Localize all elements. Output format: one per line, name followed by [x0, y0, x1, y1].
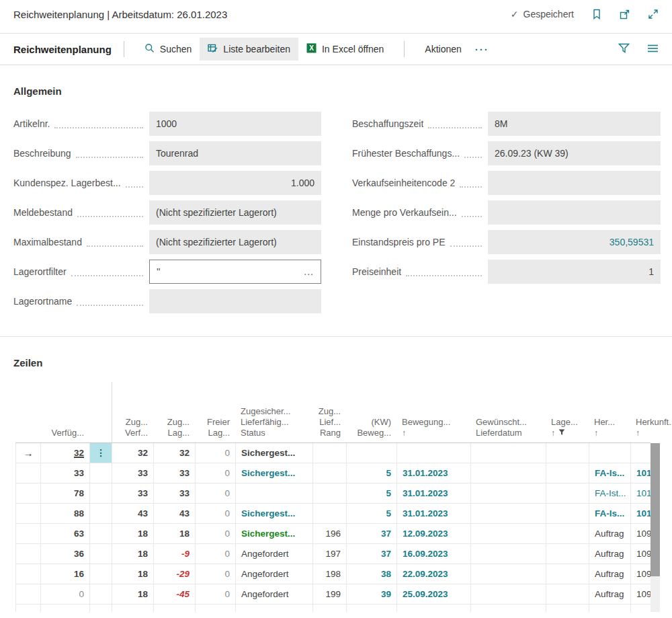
cell-kw-beweg[interactable]: 5 — [347, 463, 397, 483]
list-icon[interactable] — [647, 44, 659, 55]
cell-herkunft[interactable]: 109 — [631, 584, 651, 604]
column-filter-icon — [558, 428, 565, 438]
cell-kw-beweg[interactable]: 37 — [347, 524, 397, 543]
cell-her[interactable]: FA-Is... — [589, 504, 631, 523]
cell-verfuegbar[interactable]: 32 — [41, 443, 90, 463]
edit-list-button[interactable]: Liste bearbeiten — [200, 38, 298, 61]
cell-herkunft[interactable]: 109 — [631, 544, 651, 564]
cell-freier-lag[interactable]: 0 — [196, 443, 236, 463]
cell-rang[interactable]: 199 — [313, 584, 347, 604]
column-header-status[interactable]: Zugesicher...Lieferfähig...Status — [235, 382, 312, 442]
cell-verfuegbar[interactable]: 88 — [41, 504, 90, 523]
open-in-excel-button[interactable]: X In Excel öffnen — [298, 38, 392, 61]
cell-herkunft[interactable]: 101 — [631, 484, 651, 503]
cell-rang[interactable]: 197 — [313, 544, 347, 564]
cell-her[interactable]: Auftrag — [589, 564, 631, 584]
cell-zug-lag[interactable]: 43 — [154, 504, 196, 523]
cell-kw-beweg[interactable]: 38 — [347, 564, 397, 584]
column-header-verfuegbar[interactable]: Verfüg... — [40, 382, 89, 442]
cell-zug-verf[interactable]: 32 — [112, 443, 154, 463]
cell-kw-beweg[interactable]: 5 — [347, 484, 397, 503]
cell-kw-beweg[interactable]: 39 — [347, 584, 397, 604]
actions-menu-button[interactable]: Aktionen — [417, 38, 469, 60]
column-header-rang[interactable]: Zug...Lief...Rang — [312, 382, 346, 442]
bookmark-icon[interactable] — [591, 9, 602, 20]
column-header-freier-lag[interactable]: FreierLag... — [195, 382, 235, 442]
cell-freier-lag[interactable]: 0 — [196, 564, 236, 584]
cell-zug-verf[interactable]: 18 — [112, 584, 154, 604]
cell-her[interactable]: Auftrag — [589, 584, 631, 604]
cell-verfuegbar[interactable]: 36 — [41, 544, 90, 564]
filter-icon[interactable] — [618, 43, 630, 56]
cell-verfuegbar[interactable]: 63 — [41, 524, 90, 543]
column-header-lage[interactable]: Lage...↑ — [546, 382, 589, 442]
cell-rang[interactable]: 198 — [313, 564, 347, 584]
cell-herkunft[interactable]: 101 — [631, 463, 651, 483]
cell-herkunft[interactable]: 109 — [631, 564, 651, 584]
cell-verfuegbar[interactable]: 0 — [41, 584, 90, 604]
open-window-icon[interactable] — [620, 9, 630, 20]
column-header-herkunft[interactable]: Herkunft...↑ — [630, 382, 650, 442]
cell-zug-lag[interactable]: -45 — [154, 584, 196, 604]
cell-her[interactable]: FA-Ist... — [589, 484, 631, 503]
cell-zug-verf[interactable]: 33 — [112, 463, 154, 483]
column-header-bewegung[interactable]: Bewegung...↑ — [396, 382, 470, 442]
cell-freier-lag[interactable]: 0 — [196, 504, 236, 523]
column-header-gewuenscht-lieferdatum[interactable]: Gewünscht...Lieferdatum — [470, 382, 546, 442]
cell-rang[interactable]: 196 — [313, 524, 347, 543]
cell-verfuegbar[interactable]: 16 — [41, 564, 90, 584]
cell-verfuegbar[interactable]: 78 — [41, 484, 90, 503]
cell-status[interactable]: Sichergest... — [236, 443, 313, 463]
column-header-zug-verf[interactable]: Zug...Verf... — [112, 382, 153, 442]
cell-zug-verf[interactable]: 43 — [112, 504, 154, 523]
cell-her[interactable]: Auftrag — [589, 524, 631, 543]
cell-verfuegbar[interactable]: 33 — [41, 463, 90, 483]
expand-icon[interactable] — [648, 9, 659, 20]
row-menu-cell[interactable]: ⋮ — [90, 443, 112, 463]
cell-status[interactable]: Angefordert — [236, 584, 313, 604]
cell-kw-beweg[interactable]: 37 — [347, 544, 397, 564]
cell-zug-lag[interactable]: 33 — [154, 484, 196, 503]
cell-her[interactable]: FA-Is... — [589, 463, 631, 483]
cell-zug-verf[interactable]: 18 — [112, 544, 154, 564]
field-value-lagerortfilter[interactable]: ''... — [149, 260, 321, 284]
table-scrollbar[interactable] — [650, 443, 660, 612]
cell-zug-lag[interactable]: 32 — [154, 443, 196, 463]
cell-bewegung[interactable]: 12.09.2023 — [397, 524, 471, 543]
cell-status[interactable]: Sichergest... — [236, 463, 313, 483]
table-scrollbar-thumb[interactable] — [650, 443, 660, 576]
cell-bewegung[interactable]: 31.01.2023 — [397, 504, 471, 523]
field-value-einstandspreis-pro-pe[interactable]: 350,59531 — [488, 230, 661, 254]
cell-zug-verf[interactable]: 18 — [112, 564, 154, 584]
cell-status[interactable]: Sichergest... — [236, 524, 313, 543]
cell-status[interactable]: Angefordert — [236, 564, 313, 584]
cell-bewegung[interactable]: 25.09.2023 — [397, 584, 471, 604]
cell-bewegung[interactable]: 31.01.2023 — [397, 463, 471, 483]
cell-bewegung[interactable]: 22.09.2023 — [397, 564, 471, 584]
more-options-button[interactable]: ··· — [470, 40, 495, 59]
cell-freier-lag[interactable]: 0 — [196, 524, 236, 543]
cell-freier-lag[interactable]: 0 — [196, 484, 236, 503]
column-header-her[interactable]: Her...↑ — [589, 382, 630, 442]
cell-zug-verf[interactable]: 18 — [112, 524, 154, 543]
column-header-kw-beweg[interactable]: (KW)Beweg... — [346, 382, 396, 442]
cell-freier-lag[interactable]: 0 — [196, 584, 236, 604]
cell-zug-lag[interactable]: 33 — [154, 463, 196, 483]
cell-bewegung[interactable]: 16.09.2023 — [397, 544, 471, 564]
cell-bewegung[interactable]: 31.01.2023 — [397, 484, 471, 503]
cell-freier-lag[interactable]: 0 — [196, 463, 236, 483]
cell-status[interactable]: Angefordert — [236, 544, 313, 564]
cell-herkunft[interactable]: 101 — [631, 504, 651, 523]
cell-herkunft[interactable]: 109 — [631, 524, 651, 543]
column-header-zug-lag[interactable]: Zug...Lag... — [153, 382, 195, 442]
cell-zug-lag[interactable]: 18 — [154, 524, 196, 543]
cell-status[interactable]: Sichergest... — [236, 504, 313, 523]
cell-zug-lag[interactable]: -29 — [154, 564, 196, 584]
cell-her[interactable]: Auftrag — [589, 544, 631, 564]
cell-zug-verf[interactable]: 33 — [112, 484, 154, 503]
cell-freier-lag[interactable]: 0 — [196, 544, 236, 564]
assist-edit-button[interactable]: ... — [298, 260, 314, 283]
cell-kw-beweg[interactable]: 5 — [347, 504, 397, 523]
search-button[interactable]: Suchen — [136, 38, 200, 61]
cell-zug-lag[interactable]: -9 — [154, 544, 196, 564]
